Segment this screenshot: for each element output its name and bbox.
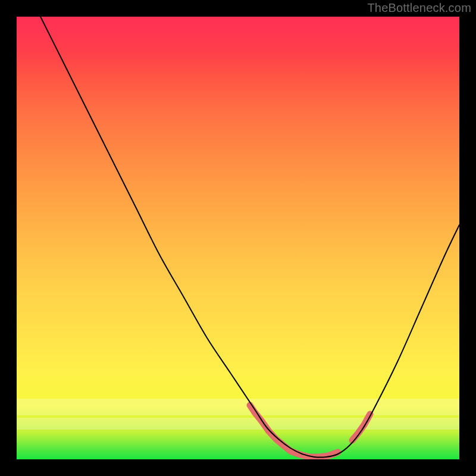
plot-area [17,17,459,459]
watermark-text: TheBottleneck.com [367,1,471,15]
bottleneck-curve [40,17,459,458]
chart-frame: TheBottleneck.com [0,0,476,476]
highlight-floor-segment [283,445,338,457]
curve-layer [17,17,459,459]
highlight-right-segment [352,414,370,440]
